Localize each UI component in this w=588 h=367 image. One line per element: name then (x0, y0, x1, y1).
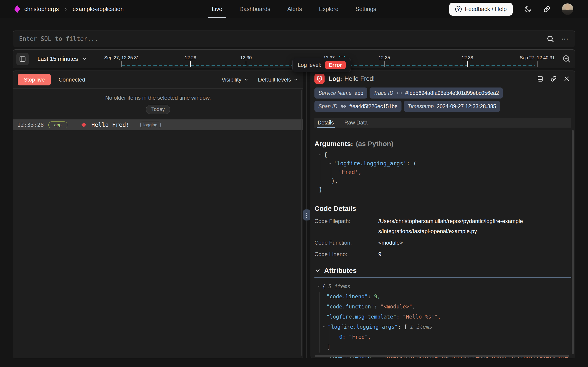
breadcrumb-chevron-icon (63, 7, 68, 11)
json-token: : (374, 301, 381, 312)
trace-id-label: Trace ID (373, 90, 393, 96)
collapse-toggle-icon[interactable] (322, 325, 326, 329)
attributes-heading-text: Attributes (324, 267, 357, 275)
stop-live-button[interactable]: Stop live (18, 74, 51, 85)
nav-item-explore[interactable]: Explore (319, 0, 339, 18)
divider (98, 52, 98, 66)
breadcrumb-org[interactable]: christophergs (24, 6, 59, 12)
feedback-help-button[interactable]: ? Feedback / Help (449, 3, 513, 16)
more-options-icon[interactable]: ⋯ (561, 35, 569, 42)
connection-status: Connected (58, 76, 85, 83)
code-token: ), (331, 177, 338, 185)
service-name-value: app (354, 90, 363, 96)
json-token: ] (327, 342, 331, 352)
sidebar-toggle-button[interactable] (16, 53, 29, 65)
visibility-label: Visibility (222, 76, 241, 83)
live-panel-header: Stop live Connected Visibility Default l… (13, 71, 303, 89)
user-avatar[interactable] (562, 3, 573, 15)
logfire-logo-icon[interactable] (14, 5, 20, 13)
theme-toggle-button[interactable] (524, 5, 532, 13)
live-panel-scrollbar[interactable] (301, 90, 302, 356)
link-icon (396, 90, 402, 96)
code-filepath-row: Code Filepath: /Users/christophersamiull… (315, 216, 571, 236)
log-timestamp: 12:33:28 (17, 122, 49, 128)
error-level-badge: Error (325, 61, 346, 69)
json-value: "Fred", (349, 332, 371, 342)
panel-resize-handle[interactable] (303, 209, 310, 220)
tick-mark (384, 61, 384, 67)
nav-item-live[interactable]: Live (212, 0, 222, 18)
attributes-json-block: { 5 items "code.lineno": 9, "code.functi… (315, 281, 571, 358)
span-id-label: Span ID (318, 103, 337, 109)
code-filepath-label: Code Filepath: (315, 216, 378, 236)
json-index: 0 (339, 332, 342, 342)
collapse-toggle-icon[interactable] (318, 153, 322, 157)
log-message: Hello Fred! (91, 122, 130, 128)
tab-raw-data[interactable]: Raw Data (344, 118, 367, 128)
service-name-tag[interactable]: Service Name app (315, 87, 367, 99)
moon-icon (524, 5, 532, 13)
drag-dots-icon (305, 212, 308, 218)
zoom-in-button[interactable] (562, 54, 571, 63)
log-row[interactable]: 12:33:28 app Hello Fred! logging (13, 119, 303, 130)
header-actions: ? Feedback / Help (449, 3, 588, 16)
reader-view-button[interactable] (537, 75, 544, 82)
default-levels-dropdown[interactable]: Default levels (258, 76, 298, 83)
tab-details[interactable]: Details (318, 118, 334, 128)
empty-window-message: No older items in the selected time wind… (13, 95, 303, 101)
zoom-in-icon (562, 54, 571, 63)
default-levels-label: Default levels (258, 76, 291, 83)
close-panel-button[interactable] (563, 75, 570, 82)
scope-tag[interactable]: logging (140, 122, 160, 128)
trace-id-value: #fdd5694a8fa98eb4e301d99ebc056ea2 (405, 90, 499, 96)
search-icon[interactable] (547, 35, 554, 43)
detail-panel-vertical-scrollbar[interactable] (572, 130, 574, 354)
code-function-value: <module> (378, 238, 403, 248)
copy-link-button[interactable] (550, 75, 557, 82)
nav-item-settings[interactable]: Settings (356, 0, 376, 18)
json-value: "Hello %s!", (403, 312, 441, 322)
collapse-toggle-icon[interactable] (317, 284, 320, 288)
code-details-rows: Code Filepath: /Users/christophersamiull… (315, 216, 571, 259)
attributes-section-toggle[interactable]: Attributes (315, 267, 571, 275)
code-lineno-label: Code Lineno: (315, 249, 378, 259)
detail-title: Log:Hello Fred! (329, 75, 375, 83)
code-token: 'Fred', (338, 168, 362, 177)
today-button[interactable]: Today (146, 105, 170, 114)
live-logs-panel: Stop live Connected Visibility Default l… (13, 70, 303, 358)
json-value: "<module>", (380, 301, 415, 312)
arguments-code-block: { 'logfire.logging_args': ( 'Fred', ), } (315, 150, 571, 194)
reader-icon (537, 75, 544, 82)
log-detail-panel: Log:Hello Fred! Service Name app Trace I… (311, 70, 575, 358)
code-filepath-value: /Users/christophersamiullah/repos/pydant… (378, 216, 525, 236)
time-range-label: Last 15 minutes (37, 56, 78, 62)
time-range-dropdown[interactable]: Last 15 minutes (33, 50, 91, 68)
code-lineno-row: Code Lineno: 9 (315, 249, 571, 259)
visibility-dropdown[interactable]: Visibility (222, 76, 249, 83)
detail-title-value: Hello Fred! (344, 75, 375, 82)
help-icon: ? (455, 6, 462, 12)
span-id-tag[interactable]: Span ID #ea4d5f226ec151be (315, 101, 401, 112)
nav-item-alerts[interactable]: Alerts (287, 0, 302, 18)
share-link-button[interactable] (543, 5, 551, 13)
trace-id-tag[interactable]: Trace ID #fdd5694a8fa98eb4e301d99ebc056e… (370, 87, 503, 99)
chevron-down-icon (82, 56, 87, 62)
timeline-tick-label: 12:28 (185, 55, 196, 60)
nav-item-dashboards[interactable]: Dashboards (239, 0, 270, 18)
tooltip-label: Log level: (298, 62, 321, 68)
collapse-toggle-icon[interactable] (328, 162, 332, 166)
breadcrumb: christophergs example-application (0, 5, 124, 13)
json-key: "code.function" (326, 301, 374, 312)
service-tag[interactable]: app (49, 122, 67, 128)
sql-filter-input[interactable] (19, 35, 547, 42)
sql-filter-bar: ⋯ (13, 31, 575, 47)
detail-panel-horizontal-scrollbar[interactable] (315, 355, 569, 357)
close-icon (563, 75, 570, 82)
timeline-tick-label: 12:38 (462, 55, 473, 60)
code-details-heading: Code Details (315, 205, 571, 212)
json-key: "logfire.msg_template" (326, 312, 397, 322)
breadcrumb-project[interactable]: example-application (73, 6, 124, 12)
detail-actions (537, 75, 570, 82)
arguments-heading-text: Arguments: (315, 140, 353, 147)
timestamp-tag[interactable]: Timestamp 2024-09-27 12:33:28.385 (404, 101, 500, 112)
